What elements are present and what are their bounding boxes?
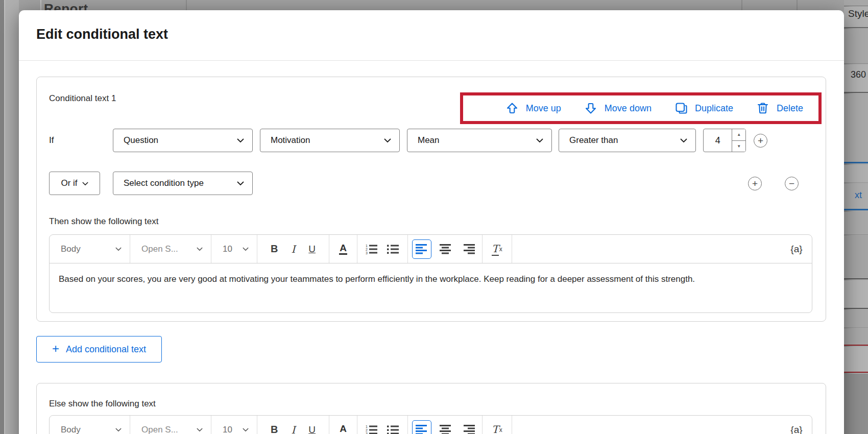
chevron-down-icon	[680, 135, 687, 146]
clear-formatting-button[interactable]: Tx	[492, 423, 502, 434]
ordered-list-icon: 1 2 3	[366, 244, 378, 255]
ordered-list-button[interactable]: 1 2 3	[366, 244, 378, 255]
font-family-dropdown[interactable]: Open S...	[130, 235, 211, 263]
italic-button[interactable]: I	[291, 243, 295, 255]
svg-text:1: 1	[366, 425, 368, 428]
trash-icon	[756, 101, 770, 115]
move-up-button[interactable]: Move up	[505, 101, 561, 115]
italic-button[interactable]: I	[291, 424, 295, 434]
backdrop-left-edge	[0, 0, 4, 434]
arrow-up-icon	[505, 101, 519, 115]
chevron-down-icon	[197, 247, 203, 251]
align-center-icon	[439, 425, 451, 434]
chevron-down-icon	[243, 428, 249, 432]
backdrop-column-line	[797, 0, 798, 10]
ordered-list-button[interactable]: 1 2 3	[366, 424, 378, 434]
underline-button[interactable]: U	[308, 244, 316, 255]
stepper-down-button[interactable]: ▼	[732, 141, 745, 152]
align-left-icon	[416, 244, 428, 254]
chevron-down-icon	[536, 135, 543, 146]
else-show-label: Else show the following text	[49, 399, 156, 409]
align-center-icon	[439, 244, 451, 254]
bg-row	[844, 280, 868, 309]
toolbar-spacer	[512, 416, 781, 434]
svg-text:2: 2	[366, 248, 368, 251]
align-right-icon	[463, 244, 475, 254]
clear-formatting-button[interactable]: Tx	[492, 243, 502, 256]
then-text-content[interactable]: Based on your scores, you are very good …	[50, 263, 757, 288]
clear-format-group: Tx	[483, 235, 512, 263]
backdrop-left-line	[4, 0, 5, 434]
select-condition-type-placeholder: Select condition type	[124, 178, 204, 188]
bold-button[interactable]: B	[271, 243, 278, 255]
bold-button[interactable]: B	[271, 424, 278, 434]
text-color-group: A	[329, 416, 357, 434]
chevron-down-icon	[115, 428, 122, 432]
question-select[interactable]: Motivation	[260, 129, 400, 152]
chevron-down-icon	[197, 428, 203, 432]
or-if-select[interactable]: Or if	[49, 172, 100, 195]
chevron-down-icon	[243, 247, 249, 251]
select-condition-type[interactable]: Select condition type	[113, 172, 253, 195]
chevron-down-icon	[115, 247, 122, 251]
paragraph-style-dropdown[interactable]: Body	[50, 235, 130, 263]
bg-row	[844, 347, 868, 373]
move-down-button[interactable]: Move down	[584, 101, 652, 115]
align-left-button[interactable]	[412, 239, 431, 259]
align-center-button[interactable]	[436, 420, 455, 434]
condition-type-select[interactable]: Question	[113, 129, 253, 152]
align-right-button[interactable]	[459, 239, 478, 259]
else-section-card: Else show the following text Body Open S…	[36, 383, 826, 434]
add-condition-button[interactable]: +	[754, 134, 767, 148]
metric-value: Mean	[418, 135, 440, 146]
move-up-label: Move up	[526, 103, 561, 114]
bg-row	[844, 0, 868, 6]
operator-select[interactable]: Greater than	[559, 129, 696, 152]
text-color-button[interactable]: A	[339, 243, 347, 255]
or-if-label: Or if	[61, 178, 77, 188]
header-divider	[19, 60, 844, 61]
font-size-dropdown[interactable]: 10	[211, 416, 257, 434]
font-family-dropdown[interactable]: Open S...	[130, 416, 211, 434]
bullet-list-button[interactable]	[387, 424, 399, 434]
plus-icon: +	[52, 342, 59, 356]
align-right-button[interactable]	[459, 420, 478, 434]
piped-text-button[interactable]: {a}	[790, 424, 802, 434]
add-condition-row-button[interactable]: +	[748, 177, 762, 190]
else-text-editor: Body Open S... 10 B I	[49, 415, 812, 434]
then-show-label: Then show the following text	[49, 216, 159, 227]
backdrop-column-line	[186, 0, 187, 10]
duplicate-button[interactable]: Duplicate	[674, 101, 733, 115]
condition-type-value: Question	[124, 135, 158, 146]
screen: Report Style 360 xt Edit conditional tex…	[0, 0, 868, 434]
stepper-up-button[interactable]: ▲	[732, 129, 745, 141]
alignment-group	[408, 416, 483, 434]
align-center-button[interactable]	[436, 239, 455, 259]
list-group: 1 2 3	[357, 235, 408, 263]
piped-text-group: {a}	[781, 416, 812, 434]
background-report-title: Report	[44, 1, 88, 10]
threshold-number-input[interactable]: 4 ▲ ▼	[703, 129, 746, 152]
underline-button[interactable]: U	[308, 424, 316, 434]
remove-condition-row-button[interactable]: −	[785, 177, 799, 190]
text-color-button[interactable]: A	[339, 424, 347, 434]
piped-text-group: {a}	[781, 235, 812, 263]
paragraph-style-dropdown[interactable]: Body	[50, 416, 130, 434]
bullet-list-icon	[387, 244, 399, 255]
font-size-dropdown[interactable]: 10	[211, 235, 257, 263]
align-left-icon	[416, 425, 428, 434]
then-text-editor: Body Open S... 10 B I	[49, 234, 812, 313]
background-style-tab: Style	[848, 8, 868, 19]
threshold-value[interactable]: 4	[704, 129, 732, 152]
modal-title: Edit conditional text	[36, 27, 168, 42]
clear-format-t: T	[492, 423, 498, 434]
add-conditional-text-button[interactable]: + Add conditional text	[36, 336, 162, 363]
delete-button[interactable]: Delete	[756, 101, 803, 115]
clear-format-group: Tx	[483, 416, 512, 434]
align-left-button[interactable]	[412, 420, 431, 434]
piped-text-button[interactable]: {a}	[790, 244, 802, 255]
metric-select[interactable]: Mean	[407, 129, 552, 152]
svg-text:2: 2	[366, 428, 368, 432]
bullet-list-button[interactable]	[387, 244, 399, 255]
font-size-value: 10	[223, 244, 232, 254]
